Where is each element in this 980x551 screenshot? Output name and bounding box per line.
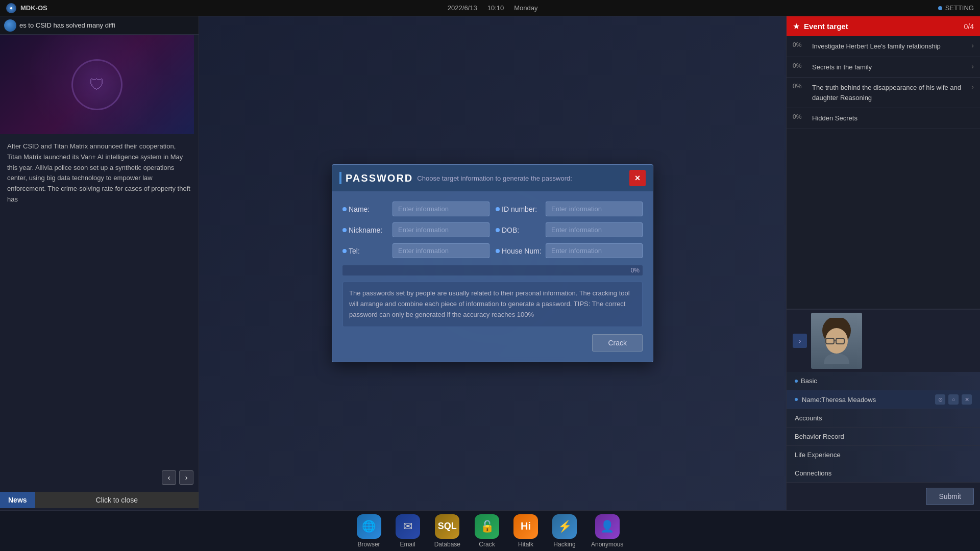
dock-browser[interactable]: 🌐 Browser [352,511,386,551]
dock-crack-label: Crack [479,541,495,548]
news-prev-arrow[interactable]: ‹ [162,470,176,485]
modal-subtitle: Choose target information to generate th… [417,174,572,182]
browser-icon: 🌐 [357,514,381,539]
modal-accent [339,172,341,184]
event-item-0[interactable]: 0% Investigate Herbert Lee's family rela… [787,36,980,57]
tab-life-experience[interactable]: Life Experience [787,446,980,464]
news-next-arrow[interactable]: › [179,470,193,485]
name-badge-actions[interactable]: ⊙ ○ ✕ [935,394,972,405]
profile-toggle: › Th [787,310,980,372]
news-label: News [0,492,35,508]
crack-button[interactable]: Crack [592,334,643,352]
dob-input[interactable] [546,222,643,237]
main-area: es to CSID has solved many diffi 🛡 After… [0,16,786,510]
form-grid: Name: ID number: [342,202,643,258]
event-pct-3: 0% [793,113,807,120]
event-arrow-1: › [971,62,974,70]
submit-button[interactable]: Submit [926,488,974,505]
event-text-1: Secrets in the family [812,62,966,72]
dock-email-label: Email [400,541,415,548]
name-input[interactable] [393,202,489,216]
profile-section: › Th [787,309,980,510]
bottom-dock: 🌐 Browser ✉ Email SQL Database 🔓 Crack H… [0,510,980,551]
housenum-input[interactable] [546,243,643,258]
dock-email[interactable]: ✉ Email [390,511,425,551]
badge-icon-copy[interactable]: ⊙ [935,394,945,405]
event-text-3: Hidden Secrets [812,113,974,123]
event-item-3[interactable]: 0% Hidden Secrets [787,108,980,129]
news-footer: News Click to close [0,490,199,510]
housenum-field-row: House Num: [496,243,643,258]
nickname-dot [342,228,347,232]
star-icon: ★ [793,21,800,31]
modal-overlay: PASSWORD Choose target information to ge… [199,16,786,510]
tab-behavior-record[interactable]: Behavior Record [787,428,980,446]
progress-label: 0% [631,267,640,274]
news-header: es to CSID has solved many diffi [0,16,199,35]
event-arrow-0: › [971,41,974,49]
taskbar-right: SETTING [938,4,974,12]
nickname-input[interactable] [393,222,489,237]
tel-input[interactable] [393,243,489,258]
name-badge-dot [795,398,798,401]
tab-basic[interactable]: Basic [787,372,980,390]
dob-field-row: DOB: [496,222,643,237]
badge-icon-delete[interactable]: ✕ [962,394,972,405]
tab-accounts[interactable]: Accounts [787,409,980,428]
news-panel: es to CSID has solved many diffi 🛡 After… [0,16,199,510]
name-dot [342,207,347,211]
id-label: ID number: [496,205,542,213]
dock-browser-label: Browser [358,541,380,548]
dock-hacking[interactable]: ⚡ Hacking [547,511,582,551]
event-count: 0/4 [964,22,974,31]
id-dot [496,207,500,211]
right-panel: ★ Event target 0/4 0% Investigate Herber… [786,16,980,510]
hitalk-icon: Hi [513,514,538,539]
event-item-2[interactable]: 0% The truth behind the disappearance of… [787,78,980,108]
news-image-overlay [0,35,194,134]
housenum-dot [496,249,500,253]
progress-bar-container: 0% [342,265,643,276]
taskbar-left: ● MDK-OS [6,3,47,13]
dock-crack[interactable]: 🔓 Crack [470,511,504,551]
password-modal: PASSWORD Choose target information to ge… [332,164,653,362]
dock-hacking-label: Hacking [553,541,575,548]
basic-tab-dot [795,380,798,383]
modal-header: PASSWORD Choose target information to ge… [332,165,653,191]
crack-icon: 🔓 [475,514,499,539]
modal-body: Name: ID number: [332,191,653,361]
dock-database-label: Database [434,541,460,548]
id-input[interactable] [546,202,643,216]
news-headline: es to CSID has solved many diffi [19,21,115,29]
event-list: 0% Investigate Herbert Lee's family rela… [787,36,980,309]
event-arrow-2: › [971,83,974,91]
modal-close-button[interactable]: × [629,170,646,186]
event-item-1[interactable]: 0% Secrets in the family › [787,57,980,78]
profile-toggle-button[interactable]: › [793,334,807,348]
news-navigation[interactable]: ‹ › [162,470,193,485]
profile-image [811,313,862,369]
badge-icon-edit[interactable]: ○ [948,394,959,405]
name-badge: Name:Theresa Meadows ⊙ ○ ✕ [787,390,980,409]
taskbar-time: 10:10 [487,4,504,12]
event-pct-1: 0% [793,62,807,69]
taskbar-center: 2022/6/13 10:10 Monday [448,4,538,12]
profile-avatar: Theresa Meadows [811,313,862,369]
dock-database[interactable]: SQL Database [429,511,465,551]
settings-label[interactable]: SETTING [945,4,974,12]
tel-field-row: Tel: [342,243,489,258]
profile-tabs: Basic Name:Theresa Meadows ⊙ ○ ✕ Account… [787,372,980,483]
dock-anonymous-label: Anonymous [591,541,623,548]
news-close-button[interactable]: Click to close [35,492,199,508]
dock-hitalk[interactable]: Hi Hitalk [508,511,543,551]
event-target-title: Event target [804,22,960,31]
name-badge-text: Name:Theresa Meadows [802,396,876,404]
news-image: 🛡 [0,35,194,134]
tips-box: The passwords set by people are usually … [342,282,643,327]
tab-connections[interactable]: Connections [787,464,980,483]
dock-hitalk-label: Hitalk [518,541,533,548]
tel-label: Tel: [342,247,388,255]
anonymous-icon: 👤 [595,514,620,539]
dock-anonymous[interactable]: 👤 Anonymous [586,511,628,551]
event-text-0: Investigate Herbert Lee's family relatio… [812,41,966,52]
